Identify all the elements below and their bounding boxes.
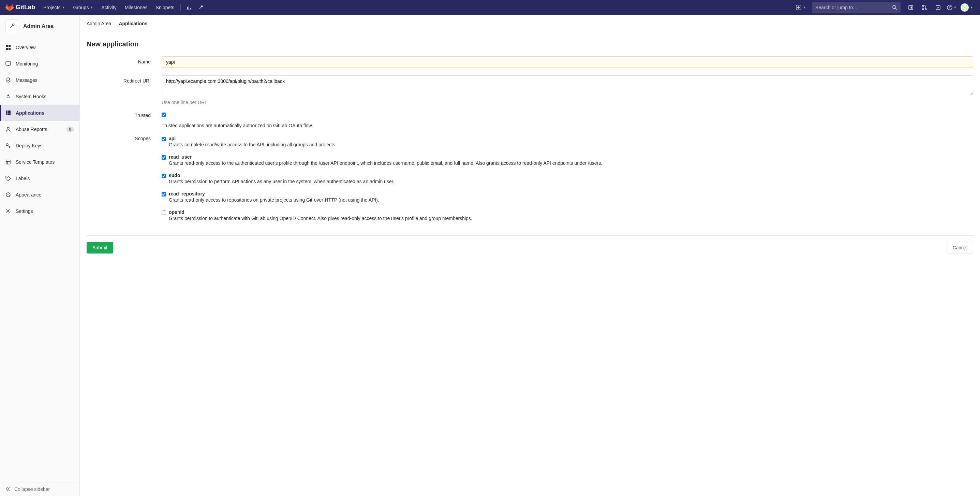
svg-rect-23 bbox=[8, 112, 9, 113]
svg-point-34 bbox=[8, 194, 9, 195]
gitlab-logo-icon bbox=[5, 3, 14, 11]
nav-item-activity[interactable]: Activity bbox=[97, 0, 120, 15]
sidebar-item-label: Deploy Keys bbox=[16, 143, 74, 148]
breadcrumb-current: Applications bbox=[119, 21, 147, 26]
svg-point-36 bbox=[8, 211, 9, 212]
nav-item-milestones[interactable]: Milestones bbox=[121, 0, 152, 15]
collapse-sidebar-button[interactable]: Collapse sidebar bbox=[0, 482, 80, 496]
scope-name: openid bbox=[169, 209, 472, 215]
scopes-container: apiGrants complete read/write access to … bbox=[162, 136, 973, 228]
appearance-icon bbox=[5, 192, 11, 198]
sidebar-item-label: System Hooks bbox=[16, 94, 74, 99]
navbar-right: ▼ ▼ ▼ bbox=[794, 0, 975, 15]
user-avatar-menu[interactable]: ▼ bbox=[959, 3, 975, 11]
svg-point-32 bbox=[6, 193, 10, 197]
issues-shortcut-icon[interactable] bbox=[905, 0, 917, 15]
name-input[interactable] bbox=[162, 56, 973, 68]
page-title: New application bbox=[87, 40, 973, 48]
scope-openid: openidGrants permission to authenticate … bbox=[162, 209, 973, 221]
svg-point-28 bbox=[7, 127, 9, 129]
scope-checkbox-api[interactable] bbox=[162, 137, 166, 141]
sidebar-item-system-hooks[interactable]: System Hooks bbox=[0, 88, 80, 105]
scope-description: Grants read-only access to the authentic… bbox=[169, 160, 602, 166]
abuse-icon bbox=[5, 126, 11, 132]
merge-requests-icon[interactable] bbox=[918, 0, 931, 15]
scope-name: read_repository bbox=[169, 191, 379, 196]
svg-point-18 bbox=[9, 78, 10, 79]
scope-checkbox-sudo[interactable] bbox=[162, 174, 166, 178]
gitlab-logo[interactable]: GitLab bbox=[5, 3, 35, 11]
sidebar-item-applications[interactable]: Applications bbox=[0, 105, 80, 121]
scope-checkbox-read_repository[interactable] bbox=[162, 192, 166, 196]
collapse-label: Collapse sidebar bbox=[14, 486, 50, 492]
breadcrumb-root[interactable]: Admin Area bbox=[87, 21, 111, 26]
nav-items-container: Projects▼Groups▼ActivityMilestonesSnippe… bbox=[39, 0, 178, 15]
sidebar-item-service-templates[interactable]: Service Templates bbox=[0, 154, 80, 170]
sidebar-item-overview[interactable]: Overview bbox=[0, 39, 80, 56]
labels-icon bbox=[5, 176, 11, 181]
svg-rect-15 bbox=[6, 62, 11, 65]
svg-rect-25 bbox=[6, 114, 7, 115]
svg-point-35 bbox=[9, 195, 10, 196]
trusted-checkbox[interactable] bbox=[162, 113, 166, 117]
key-icon bbox=[5, 143, 11, 148]
svg-point-1 bbox=[893, 5, 896, 8]
sidebar-header[interactable]: Admin Area bbox=[0, 15, 80, 38]
chevron-down-icon: ▼ bbox=[803, 6, 806, 9]
help-button[interactable]: ▼ bbox=[945, 0, 958, 15]
nav-item-projects[interactable]: Projects▼ bbox=[39, 0, 69, 15]
top-navbar: GitLab Projects▼Groups▼ActivityMilestone… bbox=[0, 0, 980, 15]
nav-item-groups[interactable]: Groups▼ bbox=[69, 0, 97, 15]
sidebar-item-labels[interactable]: Labels bbox=[0, 170, 80, 187]
cancel-button[interactable]: Cancel bbox=[947, 242, 973, 254]
sidebar-item-label: Service Templates bbox=[16, 159, 74, 165]
breadcrumb-separator: 〉 bbox=[113, 21, 117, 26]
scope-sudo: sudoGrants permission to perform API act… bbox=[162, 172, 973, 184]
scope-checkbox-openid[interactable] bbox=[162, 211, 166, 215]
search-icon bbox=[892, 5, 897, 10]
svg-point-33 bbox=[7, 194, 8, 195]
svg-rect-2 bbox=[909, 5, 913, 10]
sidebar-badge: 0 bbox=[66, 126, 74, 132]
sidebar-item-settings[interactable]: Settings bbox=[0, 203, 80, 219]
scope-name: api bbox=[169, 136, 337, 141]
chevron-down-icon: ▼ bbox=[970, 6, 973, 9]
svg-rect-20 bbox=[8, 110, 9, 112]
sidebar-item-appearance[interactable]: Appearance bbox=[0, 187, 80, 203]
chevron-down-icon: ▼ bbox=[62, 6, 65, 9]
create-button[interactable]: ▼ bbox=[794, 5, 808, 10]
svg-rect-13 bbox=[6, 48, 8, 50]
sidebar-item-monitoring[interactable]: Monitoring bbox=[0, 56, 80, 72]
form-row-name: Name bbox=[87, 56, 973, 68]
search-input[interactable] bbox=[815, 5, 892, 10]
sidebar-item-label: Labels bbox=[16, 176, 74, 181]
monitoring-icon bbox=[5, 61, 11, 67]
sidebar-item-label: Monitoring bbox=[16, 61, 74, 67]
scopes-label: Scopes bbox=[87, 136, 162, 228]
chevron-down-icon: ▼ bbox=[90, 6, 93, 9]
sidebar-item-messages[interactable]: Messages bbox=[0, 72, 80, 88]
redirect-uri-label: Redirect URI bbox=[87, 75, 162, 105]
form-row-scopes: Scopes apiGrants complete read/write acc… bbox=[87, 136, 973, 228]
apps-icon bbox=[5, 110, 11, 116]
sidebar-item-label: Overview bbox=[16, 45, 74, 50]
scope-checkbox-read_user[interactable] bbox=[162, 155, 166, 159]
search-box[interactable] bbox=[812, 2, 900, 13]
scope-description: Grants read-only access to repositories … bbox=[169, 197, 379, 203]
hooks-icon bbox=[5, 94, 11, 99]
breadcrumb: Admin Area 〉 Applications bbox=[87, 21, 973, 32]
sidebar-item-deploy-keys[interactable]: Deploy Keys bbox=[0, 137, 80, 154]
svg-rect-19 bbox=[6, 110, 7, 112]
activity-chart-icon[interactable] bbox=[183, 0, 195, 15]
template-icon bbox=[5, 159, 11, 165]
messages-icon bbox=[5, 77, 11, 83]
overview-icon bbox=[5, 45, 11, 50]
scope-name: read_user bbox=[169, 154, 602, 159]
admin-wrench-icon[interactable] bbox=[195, 0, 207, 15]
nav-item-snippets[interactable]: Snippets bbox=[152, 0, 178, 15]
todos-icon[interactable] bbox=[932, 0, 944, 15]
submit-button[interactable]: Submit bbox=[87, 242, 113, 254]
svg-point-10 bbox=[949, 8, 950, 9]
redirect-uri-input[interactable]: http://yapi.example.com:3000/api/plugin/… bbox=[162, 75, 973, 95]
sidebar-item-abuse-reports[interactable]: Abuse Reports0 bbox=[0, 121, 80, 137]
